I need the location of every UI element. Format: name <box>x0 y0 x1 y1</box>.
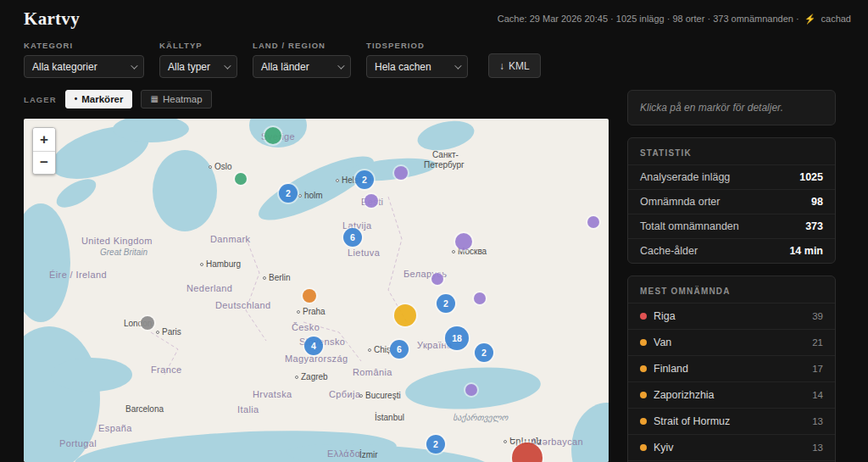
kml-label: KML <box>509 60 530 72</box>
mention-count: 39 <box>812 311 823 321</box>
region-value: Alla länder <box>261 61 309 73</box>
filter-bar: Kategori Alla kategorier Källtyp Alla ty… <box>0 36 868 78</box>
heatmap-grid-icon: ▦ <box>150 95 158 103</box>
mention-row[interactable]: Van21 <box>628 329 835 355</box>
filter-period: Tidsperiod Hela cachen <box>366 41 468 78</box>
mention-name: Van <box>654 337 805 348</box>
map-marker[interactable] <box>455 233 472 250</box>
stat-value: 373 <box>805 220 823 232</box>
map-marker[interactable] <box>465 384 477 396</box>
zoom-control: + − <box>32 127 56 175</box>
filter-region: Land / Region Alla länder <box>253 41 351 78</box>
marker-hint: Klicka på en markör för detaljer. <box>627 90 836 125</box>
top-mentions-title: MEST OMNÄMNDA <box>628 276 835 303</box>
mention-name: Kyiv <box>654 442 805 454</box>
map-marker[interactable]: 6 <box>390 340 409 359</box>
statistics-title: STATISTIK <box>628 138 835 164</box>
map-marker[interactable] <box>394 304 416 326</box>
map-base-tiles <box>24 119 609 462</box>
markers-toggle[interactable]: • Markörer <box>65 90 133 109</box>
map-marker[interactable] <box>587 216 599 228</box>
top-mentions-panel: MEST OMNÄMNDA Riga39Van21Finland17Zapori… <box>627 276 836 462</box>
map-marker[interactable]: 2 <box>355 170 374 189</box>
mention-name: Zaporizhzhia <box>654 389 805 401</box>
stat-label: Analyserade inlägg <box>640 171 730 183</box>
map-marker[interactable]: 2 <box>279 184 298 203</box>
stat-value: 1025 <box>799 171 823 183</box>
source-value: Alla typer <box>168 61 210 73</box>
map-marker[interactable]: 18 <box>445 326 469 350</box>
stat-value: 98 <box>811 196 823 208</box>
map-marker[interactable] <box>364 194 378 208</box>
top-bar: Kartvy Cache: 29 Mar 2026 20:45 · 1025 i… <box>0 0 868 36</box>
map-marker[interactable]: 6 <box>343 228 362 247</box>
mention-row[interactable]: Strait of Hormuz13 <box>628 408 835 434</box>
stats-rows: Analyserade inlägg1025Omnämnda orter98To… <box>628 164 835 263</box>
mention-row[interactable]: Riga39 <box>628 303 835 329</box>
category-select[interactable]: Alla kategorier <box>24 55 144 78</box>
map-canvas[interactable]: SverigeOsloholmHelsinkiСанкт-ПетербургEe… <box>24 119 609 462</box>
layer-label: LAGER <box>24 95 57 104</box>
cache-info-text: Cache: 29 Mar 2026 20:45 · 1025 inlägg ·… <box>498 14 799 24</box>
period-label: Tidsperiod <box>366 41 468 50</box>
map-marker[interactable] <box>235 173 247 185</box>
chevron-down-icon <box>224 62 231 69</box>
mention-rows: Riga39Van21Finland17Zaporizhzhia14Strait… <box>628 303 835 462</box>
zoom-in-button[interactable]: + <box>33 128 55 151</box>
stat-row: Analyserade inlägg1025 <box>628 164 835 189</box>
mention-count: 14 <box>812 390 823 400</box>
mention-dot-icon <box>640 313 647 320</box>
lightning-icon: ⚡ <box>804 14 816 24</box>
mention-count: 21 <box>812 337 823 348</box>
stat-label: Cache-ålder <box>640 245 698 257</box>
category-label: Kategori <box>24 41 144 50</box>
chevron-down-icon <box>131 62 137 69</box>
statistics-panel: STATISTIK Analyserade inlägg1025Omnämnda… <box>627 137 836 264</box>
mention-count: 13 <box>812 443 823 453</box>
mention-row[interactable]: Finland17 <box>628 355 835 381</box>
filter-source: Källtyp Alla typer <box>159 41 237 78</box>
stat-value: 14 min <box>789 245 823 257</box>
mention-dot-icon <box>640 418 647 425</box>
mention-name: Finland <box>654 363 805 375</box>
mention-row[interactable]: Kyiv13 <box>628 434 835 460</box>
map-marker[interactable]: 2 <box>437 294 455 313</box>
mention-count: 13 <box>812 416 823 426</box>
map-marker[interactable] <box>141 316 154 330</box>
mention-dot-icon <box>640 444 647 451</box>
category-value: Alla kategorier <box>32 61 97 73</box>
sidebar: Klicka på en markör för detaljer. STATIS… <box>627 90 836 462</box>
heatmap-toggle[interactable]: ▦ Heatmap <box>141 90 211 109</box>
map-marker[interactable] <box>431 273 443 285</box>
zoom-out-button[interactable]: − <box>33 151 55 174</box>
mention-dot-icon <box>640 339 647 346</box>
region-select[interactable]: Alla länder <box>253 55 351 78</box>
region-label: Land / Region <box>253 41 351 50</box>
chevron-down-icon <box>337 62 344 69</box>
map-marker[interactable] <box>264 127 281 144</box>
map-marker[interactable]: 4 <box>304 337 323 355</box>
source-label: Källtyp <box>159 41 237 50</box>
stat-label: Totalt omnämnanden <box>640 220 739 232</box>
mention-name: Strait of Hormuz <box>654 415 805 427</box>
cache-status: Cache: 29 Mar 2026 20:45 · 1025 inlägg ·… <box>498 14 851 25</box>
cached-label: cachad <box>821 14 851 24</box>
map-marker[interactable] <box>303 289 316 303</box>
stat-label: Omnämnda orter <box>640 196 720 208</box>
source-select[interactable]: Alla typer <box>159 55 237 78</box>
kml-download-button[interactable]: ↓ KML <box>488 53 541 78</box>
mention-dot-icon <box>640 365 647 372</box>
mention-count: 17 <box>812 364 823 374</box>
mention-row[interactable]: Zaporizhzhia14 <box>628 381 835 408</box>
map-marker[interactable]: 2 <box>475 343 493 362</box>
mention-name: Riga <box>654 310 805 322</box>
map-marker[interactable]: 2 <box>426 435 445 454</box>
period-select[interactable]: Hela cachen <box>366 55 468 78</box>
stat-row: Totalt omnämnanden373 <box>628 214 835 238</box>
map-marker[interactable] <box>474 292 486 304</box>
app-title: Kartvy <box>24 8 80 30</box>
heatmap-toggle-label: Heatmap <box>163 94 203 104</box>
map-marker[interactable] <box>394 166 408 180</box>
bullet-icon: • <box>75 95 78 103</box>
filter-category: Kategori Alla kategorier <box>24 41 144 78</box>
